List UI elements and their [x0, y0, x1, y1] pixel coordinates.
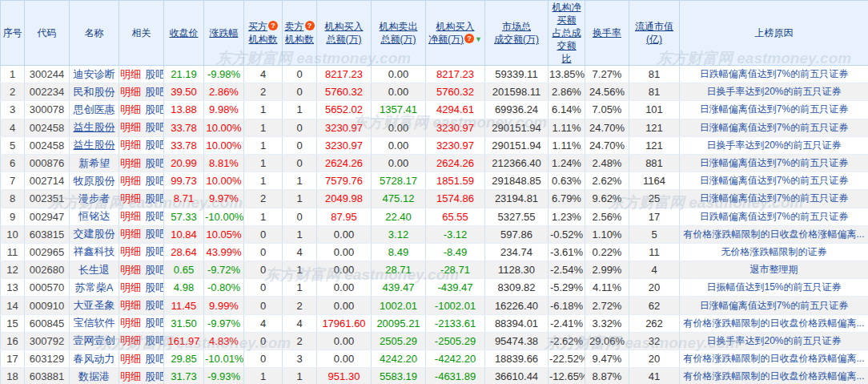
table-row: 7002714牧原股份明细股吧99.7310.00%117579.765728.… [1, 172, 868, 190]
stock-name-link[interactable]: 漫步者 [78, 192, 110, 204]
column-header-label[interactable]: 换手率 [586, 26, 628, 39]
stock-name-link[interactable]: 思创医惠 [74, 103, 115, 115]
guba-link[interactable]: 股吧 [145, 175, 164, 187]
guba-link[interactable]: 股吧 [145, 139, 164, 151]
column-header-label[interactable]: 总额(万) [318, 33, 370, 46]
detail-link[interactable]: 明细 [120, 228, 141, 240]
column-header-label[interactable]: 机构净买额 [549, 1, 584, 26]
column-header-label[interactable]: 占总成交额 [549, 26, 584, 52]
column-header-chg[interactable]: 涨跌幅 [204, 1, 244, 66]
detail-link[interactable]: 明细 [120, 175, 141, 187]
detail-link[interactable]: 明细 [120, 103, 141, 115]
column-header-label[interactable]: 机构买入 [427, 20, 484, 33]
cell-institution-sell-total: 5728.17 [372, 172, 426, 190]
stock-name-link[interactable]: 长生退 [78, 264, 110, 276]
detail-link[interactable]: 明细 [120, 317, 141, 329]
cell-stock-name: 迪安诊断 [70, 66, 119, 83]
detail-link[interactable]: 明细 [120, 264, 141, 276]
cell-related: 明细股吧 [119, 350, 164, 368]
column-header-label[interactable]: 净额(万)?▼ [427, 33, 484, 46]
cell-institution-buy-total: 5652.02 [317, 101, 372, 119]
detail-link[interactable]: 明细 [120, 157, 141, 169]
stock-name-link[interactable]: 恒铭达 [78, 210, 110, 222]
stock-name-link[interactable]: 苏常柴A [75, 281, 114, 293]
column-header-market_cap[interactable]: 流通市值(亿) [629, 1, 680, 66]
stock-name-link[interactable]: 大亚圣象 [74, 299, 115, 311]
column-header-buy_amt[interactable]: 机构买入总额(万) [317, 1, 372, 66]
stock-name-link[interactable]: 数据港 [78, 370, 110, 382]
guba-link[interactable]: 股吧 [145, 121, 164, 133]
guba-link[interactable]: 股吧 [145, 192, 164, 204]
guba-link[interactable]: 股吧 [145, 210, 164, 222]
column-header-turnover[interactable]: 换手率 [585, 1, 629, 66]
help-icon[interactable]: ? [268, 21, 278, 30]
column-header-ratio[interactable]: 机构净买额占总成交额比 [549, 1, 585, 66]
cell-turnover-rate: 4.11% [585, 279, 629, 297]
stock-name-link[interactable]: 新希望 [78, 157, 110, 169]
help-icon[interactable]: ? [305, 21, 315, 30]
column-header-label[interactable]: 涨跌幅 [205, 26, 243, 39]
column-header-label[interactable]: 卖方? [283, 20, 315, 33]
guba-link[interactable]: 股吧 [145, 317, 164, 329]
column-header-market_amt[interactable]: 市场总成交额(万) [485, 1, 549, 66]
detail-link[interactable]: 明细 [120, 299, 141, 311]
guba-link[interactable]: 股吧 [145, 299, 164, 311]
guba-link[interactable]: 股吧 [145, 68, 164, 80]
detail-link[interactable]: 明细 [120, 334, 141, 346]
column-header-label[interactable]: 市场总 [486, 20, 547, 33]
help-icon[interactable]: ? [464, 34, 474, 43]
detail-link[interactable]: 明细 [120, 281, 141, 293]
stock-name-link[interactable]: 益生股份 [74, 121, 115, 133]
guba-link[interactable]: 股吧 [145, 103, 164, 115]
related-links: 明细股吧 [120, 103, 164, 115]
guba-link[interactable]: 股吧 [145, 334, 164, 346]
column-header-label[interactable]: 收盘价 [165, 26, 203, 39]
guba-link[interactable]: 股吧 [145, 353, 164, 365]
stock-name-link[interactable]: 牧原股份 [74, 175, 115, 187]
cell-turnover-rate: 2.72% [585, 297, 629, 314]
column-header-label[interactable]: 总额(万) [372, 33, 424, 46]
column-header-label[interactable]: 流通市值(亿) [630, 20, 678, 46]
stock-name-link[interactable]: 春风动力 [74, 353, 115, 365]
cell-institution-sell-total: 1357.41 [372, 101, 426, 119]
guba-link[interactable]: 股吧 [145, 281, 164, 293]
detail-link[interactable]: 明细 [120, 139, 141, 151]
detail-link[interactable]: 明细 [120, 192, 141, 204]
stock-name-link[interactable]: 祥鑫科技 [74, 245, 115, 257]
column-header-sell_count[interactable]: 卖方?机构数 [283, 1, 317, 66]
column-header-net_amt[interactable]: 机构买入净额(万)?▼ [426, 1, 485, 66]
cell-circulating-market-cap: 81 [629, 66, 680, 83]
guba-link[interactable]: 股吧 [145, 264, 164, 276]
detail-link[interactable]: 明细 [120, 121, 141, 133]
column-header-close[interactable]: 收盘价 [164, 1, 204, 66]
cell-listing-reason: 日涨幅偏离值达到7%的前五只证券 [680, 190, 868, 208]
detail-link[interactable]: 明细 [120, 86, 141, 98]
column-header-buy_count[interactable]: 买方?机构数 [244, 1, 283, 66]
stock-name-link[interactable]: 民和股份 [74, 86, 115, 98]
detail-link[interactable]: 明细 [120, 370, 141, 382]
cell-listing-reason: 日振幅值达到15%的前五只证券 [680, 279, 868, 297]
stock-name-link[interactable]: 交建股份 [74, 228, 115, 240]
column-header-sell_amt[interactable]: 机构卖出总额(万) [372, 1, 426, 66]
column-header-label[interactable]: 机构卖出 [372, 20, 424, 33]
guba-link[interactable]: 股吧 [145, 370, 164, 382]
guba-link[interactable]: 股吧 [145, 86, 164, 98]
detail-link[interactable]: 明细 [120, 245, 141, 257]
stock-name-link[interactable]: 宝信软件 [74, 317, 115, 329]
column-header-label[interactable]: 机构买入 [318, 20, 370, 33]
column-header-label[interactable]: 买方? [245, 20, 281, 33]
guba-link[interactable]: 股吧 [145, 157, 164, 169]
column-header-label[interactable]: 机构数 [283, 33, 315, 46]
stock-name-link[interactable]: 迪安诊断 [74, 68, 115, 80]
guba-link[interactable]: 股吧 [145, 245, 164, 257]
column-header-label[interactable]: 成交额(万) [486, 33, 547, 46]
cell-seller-institution-count: 2 [283, 332, 317, 350]
stock-name-link[interactable]: 益生股份 [74, 139, 115, 151]
column-header-label[interactable]: 机构数 [245, 33, 281, 46]
guba-link[interactable]: 股吧 [145, 228, 164, 240]
column-header-label[interactable]: 比 [549, 52, 584, 65]
stock-name-link[interactable]: 壹网壹创 [74, 334, 115, 346]
detail-link[interactable]: 明细 [120, 353, 141, 365]
detail-link[interactable]: 明细 [120, 68, 141, 80]
detail-link[interactable]: 明细 [120, 210, 141, 222]
